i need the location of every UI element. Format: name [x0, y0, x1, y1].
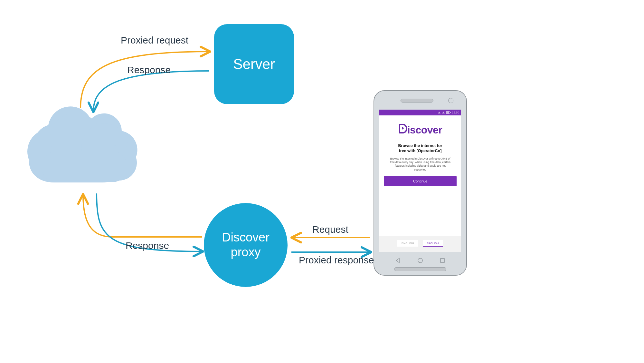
discover-logo-text: iscover: [407, 124, 442, 136]
discover-logo: iscover: [398, 124, 442, 136]
arrow-cloud-to-server: [80, 52, 209, 108]
continue-button[interactable]: Continue: [384, 176, 457, 186]
phone-home-bar: [394, 267, 446, 271]
onboarding-description: Browse the internet in Discover with up …: [389, 157, 452, 172]
status-time: 13:50: [452, 111, 459, 114]
cloud-icon: [19, 103, 138, 187]
status-bar: 13:50: [379, 110, 461, 115]
signal-icon: [442, 112, 445, 113]
label-request: Request: [312, 224, 348, 235]
server-node: Server: [214, 24, 294, 104]
svg-rect-6: [440, 259, 444, 262]
phone-speaker: [401, 99, 433, 103]
label-proxied-request: Proxied request: [121, 35, 188, 46]
svg-point-5: [418, 258, 422, 263]
phone-device: 13:50 iscover Browse the internet for fr…: [374, 90, 467, 276]
discover-logo-icon: [398, 124, 407, 133]
diagram-stage: Server Discover proxy Proxied request Re…: [0, 0, 644, 363]
nav-back-icon[interactable]: [395, 258, 401, 263]
onboarding-title: Browse the internet for free with [Opera…: [398, 143, 442, 154]
app-onboarding-screen: iscover Browse the internet for free wit…: [379, 115, 461, 236]
cloud-node: [19, 103, 138, 187]
label-response-top: Response: [127, 64, 171, 75]
discover-proxy-label: Discover proxy: [222, 230, 270, 260]
phone-screen: 13:50 iscover Browse the internet for fr…: [379, 110, 461, 252]
label-response-bottom: Response: [126, 240, 169, 251]
language-option-taglish[interactable]: TAGLISH: [423, 240, 443, 247]
svg-rect-4: [42, 152, 127, 182]
battery-icon: [446, 111, 450, 114]
label-proxied-response: Proxied response: [299, 255, 374, 266]
language-bar: ENGLISH TAGLISH: [379, 236, 461, 252]
nav-home-icon[interactable]: [417, 258, 423, 263]
nav-recent-icon[interactable]: [440, 258, 445, 263]
arrow-proxy-to-cloud: [83, 195, 202, 237]
language-option-english[interactable]: ENGLISH: [397, 240, 418, 247]
phone-camera: [448, 98, 453, 103]
server-label: Server: [233, 56, 275, 72]
phone-nav-bar: [374, 258, 466, 263]
wifi-icon: [438, 112, 440, 113]
discover-proxy-node: Discover proxy: [204, 203, 288, 287]
